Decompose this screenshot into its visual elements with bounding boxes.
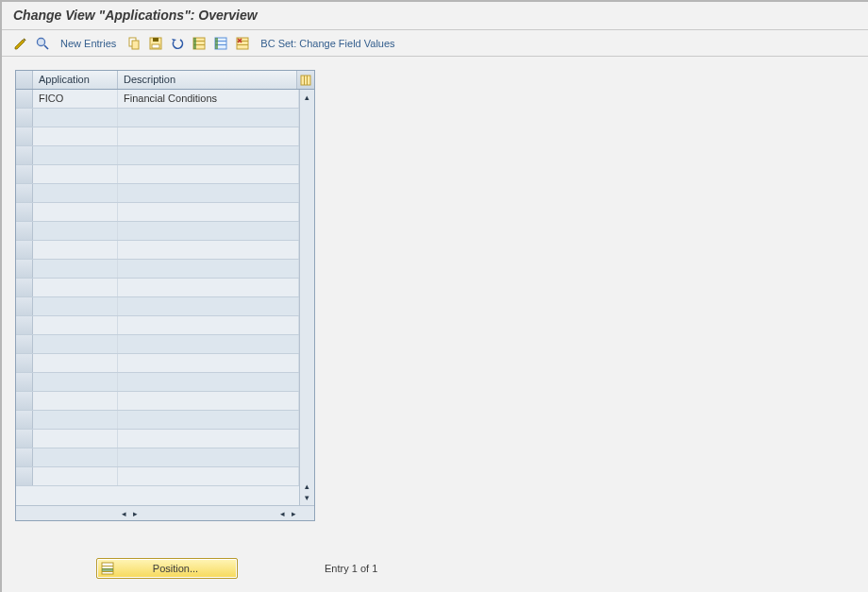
row-selector[interactable]	[16, 373, 33, 391]
cell-description[interactable]	[118, 260, 299, 278]
cell-description[interactable]	[118, 467, 299, 485]
cell-application[interactable]	[33, 354, 118, 372]
row-selector[interactable]	[16, 354, 33, 372]
row-selector[interactable]	[16, 184, 33, 202]
row-selector[interactable]	[16, 90, 33, 108]
cell-description[interactable]	[118, 109, 299, 127]
row-selector[interactable]	[16, 335, 33, 353]
cell-description[interactable]	[118, 203, 299, 221]
table-header: Application Description	[16, 71, 314, 90]
cell-application[interactable]	[33, 316, 118, 334]
cell-application[interactable]	[33, 109, 118, 127]
cell-description[interactable]	[118, 279, 299, 296]
new-entries-button[interactable]: New Entries	[55, 34, 122, 53]
cell-application[interactable]	[33, 260, 118, 278]
cell-description[interactable]	[118, 127, 299, 145]
cell-application[interactable]	[33, 222, 118, 240]
cell-description[interactable]: Financial Conditions	[118, 90, 299, 108]
cell-application[interactable]	[33, 411, 118, 429]
table-row	[16, 109, 299, 127]
scroll-down-icon[interactable]: ▴	[302, 481, 313, 492]
svg-rect-7	[152, 44, 159, 48]
cell-application[interactable]	[33, 297, 118, 315]
cell-description[interactable]	[118, 430, 299, 448]
select-all-stub[interactable]	[16, 71, 33, 89]
row-selector[interactable]	[16, 165, 33, 183]
cell-application[interactable]	[33, 127, 118, 145]
scroll-right-start-icon[interactable]: ▸	[129, 508, 141, 519]
cell-application[interactable]	[33, 448, 118, 466]
cell-description[interactable]	[118, 165, 299, 183]
row-selector[interactable]	[16, 146, 33, 164]
bc-set-button[interactable]: BC Set: Change Field Values	[255, 34, 400, 53]
cell-application[interactable]	[33, 279, 118, 296]
scroll-right-icon[interactable]: ▸	[288, 508, 299, 519]
save-icon[interactable]	[146, 34, 165, 53]
undo-icon[interactable]	[168, 34, 187, 53]
row-selector[interactable]	[16, 411, 33, 429]
cell-application[interactable]	[33, 467, 118, 485]
scroll-up-icon[interactable]: ▴	[302, 92, 313, 103]
row-selector[interactable]	[16, 297, 33, 315]
table-row	[16, 373, 299, 392]
col-application[interactable]: Application	[33, 71, 118, 89]
vertical-scrollbar[interactable]: ▴ ▴ ▾	[299, 90, 314, 505]
cell-application[interactable]	[33, 203, 118, 221]
row-selector[interactable]	[16, 109, 33, 127]
cell-application[interactable]: FICO	[33, 90, 118, 108]
svg-rect-22	[304, 76, 305, 85]
cell-description[interactable]	[118, 411, 299, 429]
table-row	[16, 127, 299, 146]
deselect-all-icon[interactable]	[211, 34, 230, 53]
cell-description[interactable]	[118, 297, 299, 315]
scroll-left-end-icon[interactable]: ◂	[276, 508, 288, 519]
find-icon[interactable]	[33, 34, 52, 53]
table-row	[16, 165, 299, 184]
cell-application[interactable]	[33, 430, 118, 448]
cell-application[interactable]	[33, 392, 118, 410]
row-selector[interactable]	[16, 222, 33, 240]
col-description[interactable]: Description	[118, 71, 297, 89]
page-title: Change View "Applications": Overview	[2, 2, 868, 30]
scroll-down-icon-2[interactable]: ▾	[302, 492, 313, 503]
cell-description[interactable]	[118, 448, 299, 466]
cell-application[interactable]	[33, 373, 118, 391]
delete-icon[interactable]	[233, 34, 252, 53]
cell-description[interactable]	[118, 222, 299, 240]
row-selector[interactable]	[16, 127, 33, 145]
cell-description[interactable]	[118, 146, 299, 164]
svg-rect-28	[102, 568, 113, 571]
table-row	[16, 297, 299, 316]
cell-application[interactable]	[33, 335, 118, 353]
row-selector[interactable]	[16, 392, 33, 410]
row-selector[interactable]	[16, 467, 33, 485]
cell-description[interactable]	[118, 392, 299, 410]
svg-point-2	[38, 38, 45, 45]
cell-description[interactable]	[118, 316, 299, 334]
cell-description[interactable]	[118, 373, 299, 391]
cell-application[interactable]	[33, 165, 118, 183]
row-selector[interactable]	[16, 241, 33, 259]
row-selector[interactable]	[16, 260, 33, 278]
configure-columns-icon[interactable]	[297, 71, 314, 89]
entry-count: Entry 1 of 1	[325, 563, 377, 574]
cell-application[interactable]	[33, 146, 118, 164]
row-selector[interactable]	[16, 430, 33, 448]
cell-description[interactable]	[118, 354, 299, 372]
cell-application[interactable]	[33, 184, 118, 202]
cell-description[interactable]	[118, 184, 299, 202]
position-button[interactable]: Position...	[96, 558, 238, 579]
cell-description[interactable]	[118, 241, 299, 259]
row-selector[interactable]	[16, 316, 33, 334]
svg-rect-15	[215, 38, 218, 49]
row-selector[interactable]	[16, 448, 33, 466]
select-all-icon[interactable]	[190, 34, 209, 53]
cell-application[interactable]	[33, 241, 118, 259]
copy-icon[interactable]	[125, 34, 143, 53]
row-selector[interactable]	[16, 203, 33, 221]
row-selector[interactable]	[16, 279, 33, 296]
horizontal-scrollbar[interactable]: ◂ ▸ ◂ ▸	[16, 505, 314, 520]
scroll-left-icon[interactable]: ◂	[118, 508, 129, 519]
toggle-display-change-icon[interactable]	[11, 34, 30, 53]
cell-description[interactable]	[118, 335, 299, 353]
